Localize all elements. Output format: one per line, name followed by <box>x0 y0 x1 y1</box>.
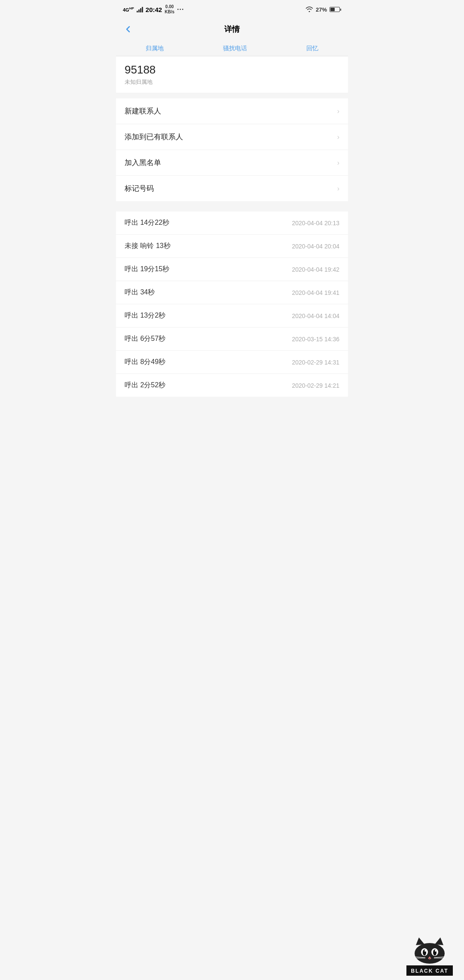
call-item-6: 呼出 6分57秒 2020-03-15 14:36 <box>116 328 348 351</box>
tab-harassment[interactable]: 骚扰电话 <box>220 43 250 54</box>
header: 详情 <box>116 19 348 40</box>
call-desc-8: 呼出 2分52秒 <box>125 381 165 390</box>
battery-icon <box>330 7 341 12</box>
battery-percent: 27% <box>316 6 327 13</box>
status-bar: 4GHP 20:42 0.00 KB/s ··· 27% <box>116 0 348 19</box>
status-right: 27% <box>305 6 341 13</box>
call-desc-2: 未接 响铃 13秒 <box>125 242 171 251</box>
call-time-8: 2020-02-29 14:21 <box>292 382 339 389</box>
time-display: 20:42 <box>146 6 162 13</box>
section-divider-2 <box>116 201 348 206</box>
action-new-contact[interactable]: 新建联系人 › <box>116 98 348 124</box>
action-add-existing-contact[interactable]: 添加到已有联系人 › <box>116 124 348 150</box>
signal-icon <box>137 6 143 12</box>
call-time-7: 2020-02-29 14:31 <box>292 359 339 366</box>
call-time-5: 2020-04-04 14:04 <box>292 312 339 319</box>
action-list: 新建联系人 › 添加到已有联系人 › 加入黑名单 › 标记号码 › <box>116 98 348 201</box>
call-history: 呼出 14分22秒 2020-04-04 20:13 未接 响铃 13秒 202… <box>116 211 348 397</box>
call-time-2: 2020-04-04 20:04 <box>292 243 339 250</box>
call-desc-7: 呼出 8分49秒 <box>125 358 165 367</box>
action-blacklist[interactable]: 加入黑名单 › <box>116 150 348 176</box>
section-divider-1 <box>116 93 348 98</box>
call-time-4: 2020-04-04 19:41 <box>292 289 339 296</box>
chevron-icon-2: › <box>337 133 339 141</box>
chevron-icon-4: › <box>337 185 339 193</box>
action-mark-number[interactable]: 标记号码 › <box>116 176 348 201</box>
page-title: 详情 <box>224 24 240 34</box>
action-blacklist-label: 加入黑名单 <box>125 158 161 168</box>
call-time-3: 2020-04-04 19:42 <box>292 266 339 273</box>
call-desc-3: 呼出 19分15秒 <box>125 265 169 274</box>
call-item-4: 呼出 34秒 2020-04-04 19:41 <box>116 281 348 304</box>
call-item-7: 呼出 8分49秒 2020-02-29 14:31 <box>116 351 348 374</box>
phone-section: 95188 未知归属地 <box>116 56 348 93</box>
call-item-3: 呼出 19分15秒 2020-04-04 19:42 <box>116 258 348 281</box>
tab-bar: 归属地 骚扰电话 回忆 <box>116 40 348 56</box>
network-type: 4GHP <box>123 6 134 12</box>
wifi-icon <box>305 6 313 13</box>
call-desc-4: 呼出 34秒 <box>125 288 155 297</box>
call-desc-6: 呼出 6分57秒 <box>125 334 165 343</box>
back-button[interactable] <box>123 24 133 34</box>
phone-location: 未知归属地 <box>125 78 339 86</box>
call-desc-5: 呼出 13分2秒 <box>125 311 165 320</box>
call-item-2: 未接 响铃 13秒 2020-04-04 20:04 <box>116 235 348 258</box>
call-item-5: 呼出 13分2秒 2020-04-04 14:04 <box>116 304 348 328</box>
dots-icon: ··· <box>177 6 184 13</box>
tab-location[interactable]: 归属地 <box>142 43 167 54</box>
call-time-1: 2020-04-04 20:13 <box>292 220 339 227</box>
tab-memory[interactable]: 回忆 <box>303 43 322 54</box>
call-time-6: 2020-03-15 14:36 <box>292 336 339 343</box>
call-item-8: 呼出 2分52秒 2020-02-29 14:21 <box>116 374 348 397</box>
action-add-existing-label: 添加到已有联系人 <box>125 132 183 142</box>
data-speed: 0.00 KB/s <box>165 4 174 15</box>
phone-number: 95188 <box>125 63 339 77</box>
action-new-contact-label: 新建联系人 <box>125 106 161 116</box>
chevron-icon-3: › <box>337 159 339 167</box>
action-mark-label: 标记号码 <box>125 184 154 193</box>
call-item-1: 呼出 14分22秒 2020-04-04 20:13 <box>116 211 348 235</box>
status-left: 4GHP 20:42 0.00 KB/s ··· <box>123 4 184 15</box>
chevron-icon-1: › <box>337 107 339 115</box>
call-desc-1: 呼出 14分22秒 <box>125 218 169 227</box>
